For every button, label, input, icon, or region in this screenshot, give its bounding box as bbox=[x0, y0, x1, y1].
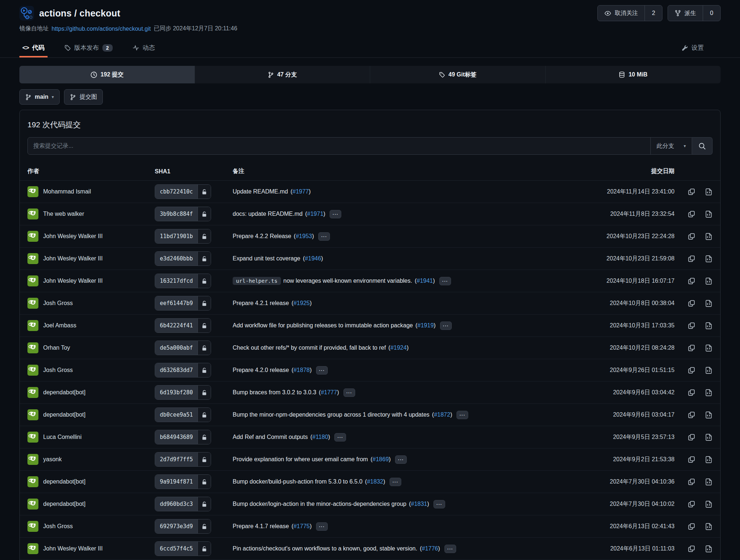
browse-source-button[interactable] bbox=[705, 545, 713, 553]
copy-sha-button[interactable] bbox=[688, 456, 695, 463]
stats-branches[interactable]: 47 分支 bbox=[195, 66, 370, 83]
copy-sha-button[interactable] bbox=[688, 322, 695, 330]
pr-link[interactable]: #1941 bbox=[417, 278, 433, 284]
browse-source-button[interactable] bbox=[705, 322, 713, 330]
expand-commit-message-button[interactable]: ··· bbox=[316, 522, 328, 531]
author-avatar-gitea-cup-icon[interactable] bbox=[27, 432, 38, 443]
expand-commit-message-button[interactable]: ··· bbox=[395, 455, 407, 464]
browse-source-button[interactable] bbox=[705, 478, 713, 486]
commit-sha-badge[interactable]: 6b42224f41 bbox=[155, 318, 211, 333]
expand-commit-message-button[interactable]: ··· bbox=[343, 388, 355, 397]
author-name[interactable]: dependabot[bot] bbox=[43, 411, 86, 418]
author-name[interactable]: dependabot[bot] bbox=[43, 389, 86, 396]
stats-tags[interactable]: 49 Git标签 bbox=[370, 66, 545, 83]
author-name[interactable]: Joel Ambass bbox=[43, 322, 76, 329]
pr-link[interactable]: #1971 bbox=[307, 211, 324, 217]
expand-commit-message-button[interactable]: ··· bbox=[440, 322, 452, 330]
tab-settings[interactable]: 设置 bbox=[679, 39, 707, 57]
commit-sha-badge[interactable]: e3d2460bbb bbox=[155, 251, 211, 266]
copy-sha-button[interactable] bbox=[688, 411, 695, 419]
author-avatar-gitea-cup-icon[interactable] bbox=[27, 365, 38, 376]
commit-sha-badge[interactable]: b684943689 bbox=[155, 430, 211, 444]
pr-link[interactable]: #1777 bbox=[321, 389, 337, 395]
author-name[interactable]: Orhan Toy bbox=[43, 345, 70, 351]
author-name[interactable]: John Wesley Walker III bbox=[43, 255, 103, 262]
copy-sha-button[interactable] bbox=[688, 277, 695, 285]
expand-commit-message-button[interactable]: ··· bbox=[439, 277, 451, 285]
browse-source-button[interactable] bbox=[705, 411, 713, 419]
pr-link[interactable]: #1946 bbox=[305, 255, 321, 262]
search-button[interactable] bbox=[692, 137, 713, 155]
copy-sha-button[interactable] bbox=[688, 389, 695, 396]
author-name[interactable]: Josh Gross bbox=[43, 367, 73, 373]
author-name[interactable]: John Wesley Walker III bbox=[43, 233, 103, 240]
commit-search-input[interactable] bbox=[28, 138, 650, 154]
author-avatar-gitea-cup-icon[interactable] bbox=[27, 275, 38, 286]
copy-sha-button[interactable] bbox=[688, 367, 695, 374]
browse-source-button[interactable] bbox=[705, 277, 713, 285]
author-avatar-gitea-cup-icon[interactable] bbox=[27, 521, 38, 532]
pr-link[interactable]: #1869 bbox=[372, 456, 389, 462]
author-avatar-gitea-cup-icon[interactable] bbox=[27, 499, 38, 510]
browse-source-button[interactable] bbox=[705, 210, 713, 218]
commit-sha-badge[interactable]: d632683dd7 bbox=[155, 363, 211, 377]
expand-commit-message-button[interactable]: ··· bbox=[390, 478, 401, 486]
browse-source-button[interactable] bbox=[705, 500, 713, 508]
author-name[interactable]: Josh Gross bbox=[43, 300, 73, 307]
commit-sha-badge[interactable]: dd960bd3c3 bbox=[155, 497, 211, 511]
browse-source-button[interactable] bbox=[705, 389, 713, 396]
copy-sha-button[interactable] bbox=[688, 523, 695, 530]
author-avatar-gitea-cup-icon[interactable] bbox=[27, 387, 38, 398]
author-avatar-gitea-cup-icon[interactable] bbox=[27, 231, 38, 242]
pr-link[interactable]: #1878 bbox=[293, 367, 310, 373]
commit-sha-badge[interactable]: 692973e3d9 bbox=[155, 519, 211, 534]
copy-sha-button[interactable] bbox=[688, 433, 695, 441]
author-name[interactable]: Josh Gross bbox=[43, 523, 73, 530]
org-avatar-actions-logo-icon[interactable] bbox=[19, 6, 34, 20]
copy-sha-button[interactable] bbox=[688, 344, 695, 352]
browse-source-button[interactable] bbox=[705, 255, 713, 263]
author-name[interactable]: Luca Comellini bbox=[43, 434, 82, 440]
copy-sha-button[interactable] bbox=[688, 233, 695, 240]
mirror-url-link[interactable]: https://github.com/actions/checkout.git bbox=[52, 26, 151, 32]
branch-filter-dropdown[interactable]: 此分支 ▾ bbox=[650, 138, 692, 154]
commit-sha-badge[interactable]: 6d193bf280 bbox=[155, 385, 211, 400]
author-avatar-gitea-cup-icon[interactable] bbox=[27, 186, 38, 197]
author-name[interactable]: dependabot[bot] bbox=[43, 478, 86, 485]
author-avatar-gitea-cup-icon[interactable] bbox=[27, 208, 38, 219]
expand-commit-message-button[interactable]: ··· bbox=[318, 232, 330, 241]
pr-link[interactable]: #1831 bbox=[411, 501, 427, 507]
copy-sha-button[interactable] bbox=[688, 210, 695, 218]
pr-link[interactable]: #1872 bbox=[434, 411, 450, 418]
browse-source-button[interactable] bbox=[705, 188, 713, 196]
author-name[interactable]: John Wesley Walker III bbox=[43, 278, 103, 284]
commit-graph-button[interactable]: 提交图 bbox=[64, 89, 103, 105]
branch-selector[interactable]: main ▾ bbox=[19, 89, 60, 105]
tab-releases[interactable]: 版本发布 2 bbox=[61, 39, 116, 57]
author-avatar-gitea-cup-icon[interactable] bbox=[27, 253, 38, 264]
browse-source-button[interactable] bbox=[705, 456, 713, 463]
author-avatar-gitea-cup-icon[interactable] bbox=[27, 409, 38, 420]
commit-sha-badge[interactable]: 11bd71901b bbox=[155, 229, 211, 244]
copy-sha-button[interactable] bbox=[688, 478, 695, 486]
copy-sha-button[interactable] bbox=[688, 255, 695, 263]
author-name[interactable]: dependabot[bot] bbox=[43, 501, 86, 507]
pr-link[interactable]: #1924 bbox=[390, 345, 407, 351]
author-avatar-gitea-cup-icon[interactable] bbox=[27, 298, 38, 309]
expand-commit-message-button[interactable]: ··· bbox=[444, 545, 456, 553]
commit-sha-badge[interactable]: eef61447b9 bbox=[155, 296, 211, 311]
commit-sha-badge[interactable]: 9a9194f871 bbox=[155, 474, 211, 489]
author-avatar-gitea-cup-icon[interactable] bbox=[27, 320, 38, 331]
author-name[interactable]: yasonk bbox=[43, 456, 62, 463]
author-avatar-gitea-cup-icon[interactable] bbox=[27, 342, 38, 353]
expand-commit-message-button[interactable]: ··· bbox=[334, 433, 346, 441]
pr-link[interactable]: #1919 bbox=[417, 322, 434, 328]
commit-sha-badge[interactable]: 6ccd57f4c5 bbox=[155, 541, 211, 556]
browse-source-button[interactable] bbox=[705, 233, 713, 240]
copy-sha-button[interactable] bbox=[688, 188, 695, 196]
expand-commit-message-button[interactable]: ··· bbox=[457, 411, 468, 419]
author-name[interactable]: The web walker bbox=[43, 211, 84, 217]
browse-source-button[interactable] bbox=[705, 523, 713, 530]
commit-sha-badge[interactable]: 163217dfcd bbox=[155, 274, 211, 288]
unwatch-button[interactable]: 取消关注 2 bbox=[597, 5, 662, 21]
